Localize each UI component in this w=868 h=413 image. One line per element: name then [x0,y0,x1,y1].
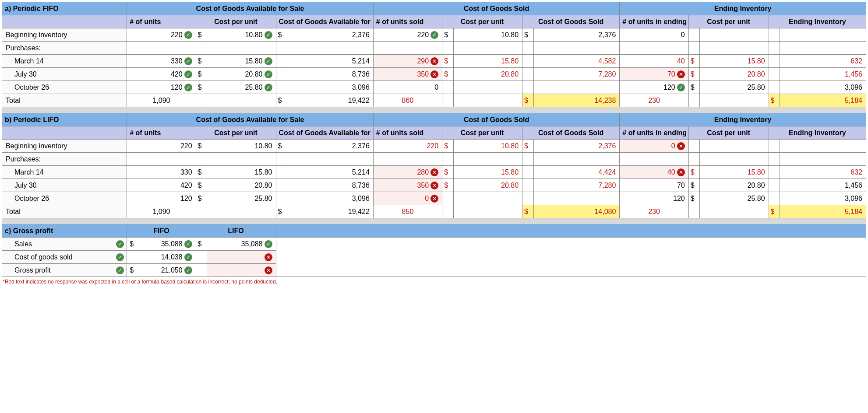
col-endu: # of units in ending inventory [620,126,688,140]
dollar-sign: $ [276,140,287,153]
dollar-sign: $ [276,205,287,218]
check-icon: ✓ [116,253,124,261]
cell-value: 1,456 [780,68,866,81]
dollar-sign: $ [688,179,700,192]
cell-value: 25.80 [207,192,276,205]
cell-value: 0 [373,81,442,94]
col-cogs: Cost of Goods Sold [522,126,620,140]
cell-value: 15.80 [453,55,522,68]
col-cogas: Cost of Goods Available for Sale [276,126,373,140]
table-row: March 14 330✓ $ 15.80✓ 5,214 290✕ $ 15.8… [2,55,866,68]
table-row-total: Total 1,090 $ 19,422 860 $ 14,238 230 $ … [2,94,866,107]
cell-value: 350 [376,70,429,78]
row-label: Purchases: [2,42,127,55]
cell-value: 20.80 [453,179,522,192]
cell-value: 5,184 [780,205,866,218]
row-label: Total [2,94,127,107]
cell-value: 70 [622,70,675,78]
row-label: March 14 [2,55,127,68]
cell-value: 21,050 [135,266,182,274]
cell-value: 35,088 [135,240,182,248]
cell-value: 2,376 [533,28,620,42]
cell-value: 10.80 [210,31,262,39]
gp-col-fifo: FIFO [127,224,196,238]
cell-value: 120 [622,84,675,91]
check-icon: ✓ [677,84,685,91]
dollar-sign: $ [196,192,207,205]
table-row: July 30 420 $ 20.80 8,736 350✕ $ 20.80 7… [2,179,866,192]
dollar-sign: $ [442,55,454,68]
row-label: Gross profit [14,266,114,274]
cell-value: 0 [620,28,688,42]
check-icon: ✓ [116,240,124,248]
dollar-sign: $ [769,205,780,218]
cell-value: 220 [373,140,442,153]
check-icon: ✓ [184,240,192,248]
col-endu: # of units in ending inventory [620,15,688,28]
check-icon: ✓ [265,70,272,78]
cell-value: 19,422 [287,94,374,107]
row-label: Beginning inventory [2,140,127,153]
row-label: October 26 [2,81,127,94]
cell-value: 290 [376,57,429,65]
dollar-sign: $ [196,166,207,179]
check-icon: ✓ [430,31,438,39]
cell-value: 1,456 [780,179,866,192]
dollar-sign: $ [522,28,534,42]
cell-value: 632 [780,55,866,68]
cell-value: 14,238 [533,94,620,107]
table-row-total: Total 1,090 $ 19,422 850 $ 14,080 230 $ … [2,205,866,218]
gp-title: c) Gross profit [2,224,127,238]
cell-value: 3,096 [780,81,866,94]
cell-value: 10.80 [453,140,522,153]
cell-value: 220 [130,31,182,39]
check-icon: ✓ [184,31,192,39]
cell-value: 632 [780,166,866,179]
cell-value: 8,736 [287,68,374,81]
cell-value: 330 [130,57,182,65]
dollar-sign: $ [442,140,454,153]
cell-value: 20.80 [700,68,769,81]
section-divider [2,107,866,113]
col-cpu2: Cost per unit [442,15,522,28]
col-cogs: Cost of Goods Sold [522,15,620,28]
check-icon: ✓ [265,240,272,248]
row-label: July 30 [2,179,127,192]
cell-value: 2,376 [287,140,374,153]
dollar-sign: $ [442,179,454,192]
table-row: Purchases: [2,42,866,55]
table-row: July 30 420✓ $ 20.80✓ 8,736 350✕ $ 20.80… [2,68,866,81]
row-label: Cost of goods sold [14,253,114,261]
dollar-sign: $ [196,179,207,192]
cell-value: 19,422 [287,205,374,218]
lifo-group-end: Ending Inventory [620,113,866,126]
dollar-sign: $ [130,240,135,248]
cell-value: 350 [376,182,429,189]
check-icon: ✓ [184,253,192,261]
col-cpu3: Cost per unit [688,126,769,140]
col-sold: # of units sold [373,15,442,28]
check-icon: ✓ [184,266,192,274]
cross-icon: ✕ [430,57,438,65]
row-label: March 14 [2,166,127,179]
worksheet-table: a) Periodic FIFO Cost of Goods Available… [2,2,866,277]
dollar-sign: $ [688,192,700,205]
col-cpu2: Cost per unit [442,126,522,140]
cell-value: 280 [376,168,429,176]
cell-value: 1,090 [127,94,196,107]
table-row: Gross profit✓ $21,050✓ ✕ [2,264,866,277]
table-row: October 26 120✓ $ 25.80✓ 3,096 0 120✓ $ … [2,81,866,94]
cell-value: 10.80 [453,28,522,42]
cell-value: 420 [127,179,196,192]
cell-value: 860 [373,94,442,107]
cell-value: 220 [127,140,196,153]
check-icon: ✓ [184,70,192,78]
cell-value: 15.80 [207,166,276,179]
dollar-sign: $ [196,81,207,94]
cell-value: 4,424 [533,166,620,179]
cross-icon: ✕ [430,168,438,176]
footnote: *Red text indicates no response was expe… [2,277,866,287]
col-cpu: Cost per unit [196,126,276,140]
dollar-sign: $ [196,55,207,68]
cell-value: 1,090 [127,205,196,218]
